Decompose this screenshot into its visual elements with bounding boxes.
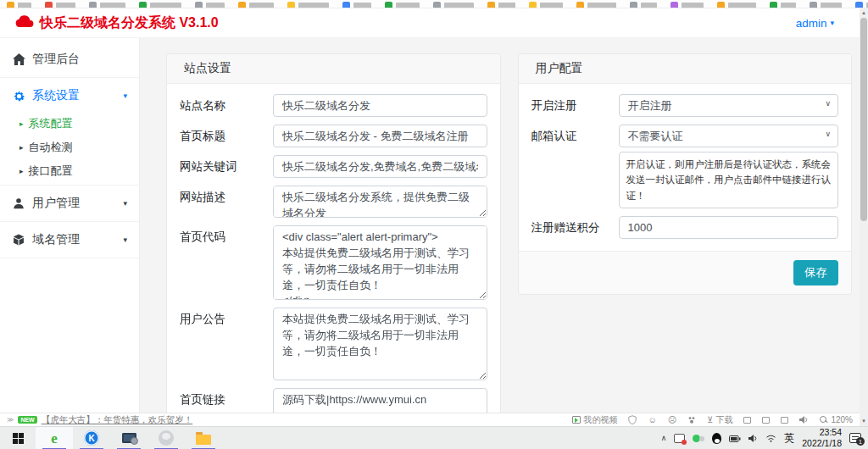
home-code-label: 首页代码 bbox=[180, 225, 273, 300]
user-config-card: 用户配置 开启注册 开启注册 ∨ 邮箱认证 bbox=[518, 53, 853, 295]
browser-status-bar: ≫ NEW 【虎年大吉】：年货特惠，欢乐贺岁！ 我的视频 ☺ ☹ ⊻ 下载 bbox=[0, 413, 860, 426]
app-title: 快乐二级域名分发系统 V3.1.0 bbox=[40, 14, 219, 32]
sad-face-icon[interactable]: ☹ bbox=[668, 416, 676, 424]
sidebar-subitem-api-config[interactable]: ▸ 接口配置 bbox=[0, 159, 139, 183]
app-body: 管理后台 系统设置 ▾ ▸ 系统配置 ▸ 自动检测 bbox=[0, 38, 860, 413]
collapse-icon[interactable]: ≫ bbox=[7, 416, 14, 424]
home-title-input[interactable] bbox=[273, 125, 487, 147]
email-auth-label: 邮箱认证 bbox=[531, 125, 619, 208]
sidebar-item-dashboard[interactable]: 管理后台 bbox=[0, 43, 139, 75]
site-name-label: 站点名称 bbox=[180, 94, 273, 117]
email-auth-select[interactable]: 不需要认证 bbox=[619, 125, 839, 147]
sidebar-subitem-auto-check[interactable]: ▸ 自动检测 bbox=[0, 136, 139, 159]
home-links-label: 首页链接 bbox=[180, 388, 273, 413]
avatar-icon bbox=[159, 430, 174, 446]
user-icon bbox=[12, 197, 25, 209]
bookmark-item[interactable] bbox=[529, 2, 563, 8]
admin-user-menu[interactable]: admin ▾ bbox=[796, 17, 834, 30]
bookmark-item[interactable] bbox=[342, 2, 371, 8]
bookmark-item[interactable] bbox=[855, 2, 868, 8]
bookmark-item[interactable] bbox=[717, 2, 756, 8]
tray-picture-icon[interactable] bbox=[674, 434, 685, 443]
my-video-button[interactable]: 我的视频 bbox=[572, 414, 617, 426]
bookmarks-strip bbox=[0, 0, 868, 8]
sidebar-item-user-management[interactable]: 用户管理 ▾ bbox=[0, 187, 139, 219]
window-panel-icon[interactable] bbox=[781, 417, 788, 424]
bookmark-item[interactable] bbox=[139, 2, 181, 8]
scroll-up-arrow[interactable]: ▲ bbox=[860, 8, 868, 18]
email-auth-help: 开启认证，则用户注册后是待认证状态，系统会发送一封认证邮件，用户点击邮件中链接进… bbox=[619, 152, 839, 208]
admin-user-label: admin bbox=[796, 17, 827, 30]
taskbar-app-messenger[interactable] bbox=[147, 427, 185, 449]
bookmark-item[interactable] bbox=[7, 2, 31, 8]
action-center-icon[interactable]: 1 bbox=[849, 433, 861, 443]
reader-panel-icon[interactable] bbox=[762, 417, 770, 424]
bookmark-item[interactable] bbox=[576, 2, 616, 8]
sidebar-subitem-label: 接口配置 bbox=[29, 164, 73, 179]
browser-scrollbar[interactable]: ▲ ▼ bbox=[860, 8, 868, 426]
home-icon bbox=[12, 53, 25, 65]
windows-taskbar: e K ∧ 英 23:54 2022/1/18 bbox=[0, 426, 868, 449]
tray-network-icon[interactable] bbox=[765, 430, 776, 446]
tray-qq-icon[interactable] bbox=[712, 433, 721, 444]
bookmark-item[interactable] bbox=[385, 2, 420, 8]
bookmark-item[interactable] bbox=[670, 2, 704, 8]
bookmark-item[interactable] bbox=[810, 2, 842, 8]
cube-icon bbox=[12, 234, 25, 246]
taskbar-app-browser[interactable]: e bbox=[36, 427, 73, 449]
caret-right-icon: ▸ bbox=[19, 143, 24, 152]
site-name-input[interactable] bbox=[273, 94, 487, 117]
home-code-textarea[interactable]: <div class="alert alert-primary"> 本站提供免费… bbox=[273, 225, 487, 300]
tray-speaker-icon[interactable] bbox=[748, 430, 758, 446]
sidebar-panel-icon[interactable] bbox=[743, 417, 751, 424]
scrollbar-thumb[interactable] bbox=[860, 18, 867, 221]
taskbar-app-explorer[interactable] bbox=[185, 427, 222, 449]
start-button[interactable] bbox=[0, 427, 36, 449]
bookmark-item[interactable] bbox=[770, 2, 796, 8]
bookmark-item[interactable] bbox=[287, 2, 329, 8]
points-label: 注册赠送积分 bbox=[531, 216, 619, 239]
bookmark-item[interactable] bbox=[630, 2, 657, 8]
user-notice-textarea[interactable]: 本站提供免费二级域名用于测试、学习等，请勿将二级域名用于一切非法用途，一切责任自… bbox=[273, 308, 487, 380]
tray-messenger-icon[interactable] bbox=[693, 434, 704, 443]
happy-face-icon[interactable]: ☺ bbox=[648, 416, 656, 424]
sidebar-item-domain-management[interactable]: 域名管理 ▾ bbox=[0, 224, 139, 256]
bookmark-item[interactable] bbox=[195, 2, 225, 8]
brand: 快乐二级域名分发系统 V3.1.0 bbox=[15, 14, 219, 32]
keywords-label: 网站关键词 bbox=[180, 155, 273, 178]
paw-icon[interactable] bbox=[687, 416, 696, 424]
bookmark-item[interactable] bbox=[89, 2, 125, 8]
home-links-textarea[interactable]: 源码下载|https://www.ymui.cn bbox=[273, 388, 487, 413]
caret-right-icon: ▸ bbox=[19, 167, 24, 175]
points-input[interactable] bbox=[619, 216, 839, 239]
speaker-icon[interactable] bbox=[799, 416, 809, 424]
sidebar-subitem-system-config[interactable]: ▸ 系统配置 bbox=[0, 112, 139, 136]
bookmark-item[interactable] bbox=[487, 2, 515, 8]
shield-icon[interactable] bbox=[628, 415, 637, 424]
sidebar-item-system-settings[interactable]: 系统设置 ▾ bbox=[0, 80, 139, 112]
sidebar-item-label: 管理后台 bbox=[32, 52, 80, 67]
tray-expand-icon[interactable]: ∧ bbox=[661, 434, 667, 442]
bookmark-item[interactable] bbox=[45, 2, 75, 8]
register-select[interactable]: 开启注册 bbox=[619, 94, 839, 117]
bookmark-item[interactable] bbox=[238, 2, 274, 8]
bookmark-item[interactable] bbox=[433, 2, 474, 8]
cloud-icon bbox=[15, 15, 34, 31]
taskbar-app-k[interactable]: K bbox=[73, 427, 110, 449]
magnifier-icon bbox=[820, 416, 828, 424]
description-textarea[interactable]: 快乐二级域名分发系统，提供免费二级域名分发 bbox=[273, 186, 487, 218]
ime-language-indicator[interactable]: 英 bbox=[784, 431, 794, 446]
keywords-input[interactable] bbox=[273, 155, 487, 178]
my-video-label: 我的视频 bbox=[583, 414, 617, 426]
tray-battery-icon[interactable] bbox=[729, 430, 741, 446]
page-zoom-control[interactable]: 120% bbox=[820, 415, 853, 424]
tray-clock[interactable]: 23:54 2022/1/18 bbox=[802, 427, 842, 448]
download-button[interactable]: ⊻ 下载 bbox=[707, 414, 732, 426]
taskbar-app-computer[interactable] bbox=[110, 427, 147, 449]
save-button[interactable]: 保存 bbox=[793, 260, 838, 285]
user-config-footer: 保存 bbox=[519, 251, 852, 294]
windows-logo-icon bbox=[13, 433, 24, 444]
notification-count-badge: 1 bbox=[856, 437, 865, 446]
scroll-down-arrow[interactable]: ▼ bbox=[860, 417, 868, 426]
promo-notice-link[interactable]: 【虎年大吉】：年货特惠，欢乐贺岁！ bbox=[42, 414, 193, 426]
